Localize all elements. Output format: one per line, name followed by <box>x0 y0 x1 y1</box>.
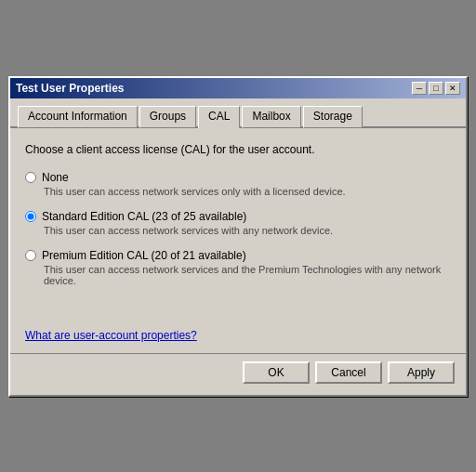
tab-cal[interactable]: CAL <box>198 106 240 128</box>
radio-item-standard: Standard Edition CAL (23 of 25 available… <box>25 210 451 242</box>
close-button[interactable]: ✕ <box>445 82 460 95</box>
tab-mailbox[interactable]: Mailbox <box>242 106 300 128</box>
properties-window: Test User Properties ─ □ ✕ Account Infor… <box>8 76 468 397</box>
tab-bar: Account Information Groups CAL Mailbox S… <box>10 98 466 128</box>
window-controls: ─ □ ✕ <box>412 82 460 95</box>
maximize-button[interactable]: □ <box>429 82 443 95</box>
radio-label-premium[interactable]: Premium Edition CAL (20 of 21 available) <box>25 249 451 262</box>
ok-button[interactable]: OK <box>243 361 310 384</box>
radio-item-none: None This user can access network servic… <box>25 171 451 203</box>
radio-text-premium: Premium Edition CAL (20 of 21 available) <box>42 249 246 262</box>
radio-item-premium: Premium Edition CAL (20 of 21 available)… <box>25 249 451 292</box>
radio-standard[interactable] <box>25 211 36 222</box>
radio-premium[interactable] <box>25 250 36 261</box>
tab-account-information[interactable]: Account Information <box>18 106 138 128</box>
radio-desc-none: This user can access network services on… <box>44 186 451 197</box>
radio-text-standard: Standard Edition CAL (23 of 25 available… <box>42 210 246 223</box>
help-link[interactable]: What are user-account properties? <box>25 329 197 342</box>
tab-groups[interactable]: Groups <box>139 106 196 128</box>
tab-storage[interactable]: Storage <box>303 106 363 128</box>
help-link-area: What are user-account properties? <box>25 314 451 342</box>
radio-text-none: None <box>42 171 69 184</box>
window-title: Test User Properties <box>16 82 125 95</box>
button-bar: OK Cancel Apply <box>10 353 466 395</box>
title-bar: Test User Properties ─ □ ✕ <box>10 78 466 98</box>
radio-desc-premium: This user can access network services an… <box>44 264 451 286</box>
cal-options: None This user can access network servic… <box>25 171 451 295</box>
radio-none[interactable] <box>25 172 36 183</box>
radio-label-none[interactable]: None <box>25 171 451 184</box>
tab-content: Choose a client access license (CAL) for… <box>10 128 466 353</box>
cancel-button[interactable]: Cancel <box>315 361 382 384</box>
apply-button[interactable]: Apply <box>388 361 455 384</box>
radio-label-standard[interactable]: Standard Edition CAL (23 of 25 available… <box>25 210 451 223</box>
content-description: Choose a client access license (CAL) for… <box>25 143 451 156</box>
radio-desc-standard: This user can access network services wi… <box>44 225 451 236</box>
minimize-button[interactable]: ─ <box>412 82 427 95</box>
